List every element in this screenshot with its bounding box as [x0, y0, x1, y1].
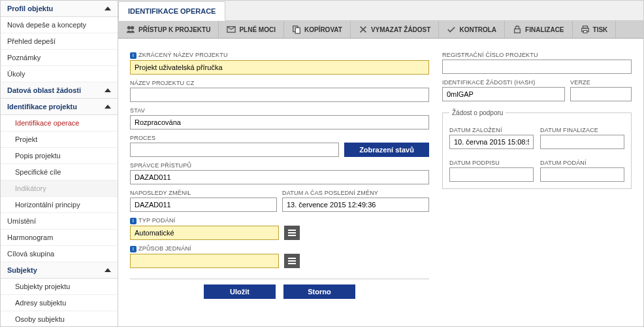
- chevron-up-icon: [105, 105, 111, 109]
- sidebar-datova-oblast[interactable]: Datová oblast žádosti: [1, 82, 118, 99]
- typ-podani-input[interactable]: [130, 226, 279, 240]
- sidebar-cilova-skupina[interactable]: Cílová skupina: [1, 246, 118, 262]
- content: iZKRÁCENÝ NÁZEV PROJEKTU NÁZEV PROJEKTU …: [118, 39, 643, 326]
- typ-podani-label: iTYP PODÁNÍ: [130, 217, 279, 224]
- hash-label: IDENTIFIKACE ŽÁDOSTI (HASH): [442, 79, 565, 86]
- tab-identifikace-operace[interactable]: IDENTIFIKACE OPERACE: [118, 1, 225, 21]
- short-name-input[interactable]: [130, 60, 429, 75]
- zpusob-jednani-input[interactable]: [130, 254, 279, 268]
- verze-input[interactable]: [570, 87, 632, 101]
- sidebar-prehled-depesi[interactable]: Přehled depeší: [1, 33, 118, 50]
- zobrazeni-stavu-button[interactable]: Zobrazení stavů: [344, 143, 429, 157]
- dat-podani-input[interactable]: [540, 167, 624, 182]
- typ-podani-picker-button[interactable]: [284, 226, 300, 240]
- tool-label: VYMAZAT ŽÁDOST: [371, 26, 430, 33]
- dat-zalozeni-label: DATUM ZALOŽENÍ: [449, 127, 534, 133]
- reg-cislo-label: REGISTRAČNÍ ČÍSLO PROJEKTU: [442, 52, 632, 58]
- name-cz-input[interactable]: [130, 88, 429, 102]
- tool-label: KOPÍROVAT: [304, 26, 342, 33]
- tool-finalizace[interactable]: FINALIZACE: [505, 21, 572, 38]
- spravce-label: SPRÁVCE PŘÍSTUPŮ: [130, 162, 429, 169]
- tool-tisk[interactable]: TISK: [573, 21, 617, 38]
- tool-label: TISK: [593, 26, 608, 33]
- sidebar-label: Profil objektu: [7, 5, 53, 12]
- copy-icon: [292, 25, 301, 34]
- sidebar-subjekty[interactable]: Subjekty: [1, 262, 118, 279]
- sidebar-label: Datová oblast žádosti: [7, 86, 81, 94]
- sidebar-specificke-cile[interactable]: Specifické cíle: [1, 164, 118, 181]
- naposledy-input[interactable]: [130, 198, 277, 212]
- reg-cislo-input[interactable]: [442, 60, 632, 74]
- sidebar-ukoly[interactable]: Úkoly: [1, 66, 118, 82]
- sidebar-projekt[interactable]: Projekt: [1, 131, 118, 148]
- zpusob-jednani-picker-button[interactable]: [284, 254, 300, 268]
- chevron-up-icon: [105, 268, 111, 272]
- lock-icon: [513, 25, 522, 34]
- sidebar-umisteni[interactable]: Umístění: [1, 213, 118, 230]
- sidebar: Profil objektu Nová depeše a koncepty Př…: [1, 1, 118, 326]
- stav-label: STAV: [130, 107, 429, 114]
- sidebar-harmonogram[interactable]: Harmonogram: [1, 230, 118, 246]
- envelope-icon: [227, 25, 236, 34]
- chevron-up-icon: [105, 7, 111, 10]
- footer-buttons: Uložit Storno: [130, 279, 429, 299]
- svg-rect-4: [295, 27, 300, 33]
- sidebar-profil-objektu[interactable]: Profil objektu: [1, 1, 118, 17]
- tool-vymazat[interactable]: VYMAZAT ŽÁDOST: [351, 21, 439, 38]
- tool-label: PŘÍSTUP K PROJEKTU: [138, 26, 210, 33]
- tool-plne-moci[interactable]: PLNÉ MOCI: [219, 21, 284, 38]
- dat-podpisu-label: DATUM PODPISU: [449, 160, 534, 166]
- sidebar-label: Subjekty: [7, 266, 37, 274]
- svg-rect-5: [515, 29, 521, 33]
- svg-point-1: [131, 26, 134, 29]
- sidebar-identifikace-projektu[interactable]: Identifikace projektu: [1, 99, 118, 115]
- zadost-fieldset: Žádost o podporu DATUM ZALOŽENÍ DATUM FI…: [442, 109, 632, 189]
- tool-kontrola[interactable]: KONTROLA: [439, 21, 505, 38]
- stav-input[interactable]: [130, 115, 429, 129]
- sidebar-adresy-subjektu[interactable]: Adresy subjektu: [1, 295, 118, 311]
- sidebar-osoby-subjektu[interactable]: Osoby subjektu: [1, 311, 118, 326]
- sidebar-label: Identifikace projektu: [7, 103, 77, 111]
- sidebar-horizontalni-principy[interactable]: Horizontální principy: [1, 197, 118, 213]
- form-left: iZKRÁCENÝ NÁZEV PROJEKTU NÁZEV PROJEKTU …: [130, 46, 429, 318]
- hash-input[interactable]: [442, 87, 565, 101]
- sidebar-nova-depese[interactable]: Nová depeše a koncepty: [1, 17, 118, 33]
- sidebar-subjekty-projektu[interactable]: Subjekty projektu: [1, 279, 118, 295]
- main: IDENTIFIKACE OPERACE PŘÍSTUP K PROJEKTU …: [118, 1, 643, 326]
- proces-label: PROCES: [130, 135, 339, 141]
- tool-kopirovat[interactable]: KOPÍROVAT: [284, 21, 351, 38]
- sidebar-poznamky[interactable]: Poznámky: [1, 50, 118, 66]
- check-icon: [447, 25, 456, 34]
- naposledy-label: NAPOSLEDY ZMĚNIL: [130, 190, 277, 196]
- tool-label: KONTROLA: [459, 26, 496, 33]
- dat-podpisu-input[interactable]: [449, 167, 534, 182]
- sidebar-identifikace-operace[interactable]: Identifikace operace: [1, 115, 118, 131]
- tool-label: FINALIZACE: [525, 26, 564, 33]
- chevron-up-icon: [105, 88, 111, 92]
- zadost-legend: Žádost o podporu: [449, 109, 506, 116]
- dat-finalizace-input[interactable]: [540, 135, 624, 149]
- tab-row: IDENTIFIKACE OPERACE: [118, 1, 643, 21]
- dat-zalozeni-input[interactable]: [449, 135, 534, 149]
- form-right: REGISTRAČNÍ ČÍSLO PROJEKTU IDENTIFIKACE …: [442, 46, 632, 318]
- svg-point-0: [127, 26, 131, 29]
- verze-label: VERZE: [570, 79, 632, 86]
- zpusob-jednani-label: iZPŮSOB JEDNÁNÍ: [130, 245, 279, 252]
- sidebar-indikatory[interactable]: Indikátory: [1, 181, 118, 197]
- tool-pristup[interactable]: PŘÍSTUP K PROJEKTU: [118, 21, 219, 38]
- people-icon: [126, 25, 135, 34]
- datum-zmeny-label: DATUM A ČAS POSLEDNÍ ZMĚNY: [282, 190, 429, 196]
- proces-input[interactable]: [130, 143, 339, 157]
- save-button[interactable]: Uložit: [204, 284, 276, 299]
- name-cz-label: NÁZEV PROJEKTU CZ: [130, 80, 429, 86]
- short-name-label: iZKRÁCENÝ NÁZEV PROJEKTU: [130, 52, 429, 59]
- sidebar-popis-projektu[interactable]: Popis projektu: [1, 148, 118, 164]
- delete-icon: [359, 25, 368, 34]
- print-icon: [581, 25, 590, 34]
- tool-label: PLNÉ MOCI: [239, 26, 276, 33]
- toolbar: PŘÍSTUP K PROJEKTU PLNÉ MOCI KOPÍROVAT V…: [118, 21, 643, 39]
- svg-rect-8: [583, 31, 587, 33]
- cancel-button[interactable]: Storno: [283, 284, 355, 299]
- datum-zmeny-input[interactable]: [282, 198, 429, 212]
- spravce-input[interactable]: [130, 170, 429, 184]
